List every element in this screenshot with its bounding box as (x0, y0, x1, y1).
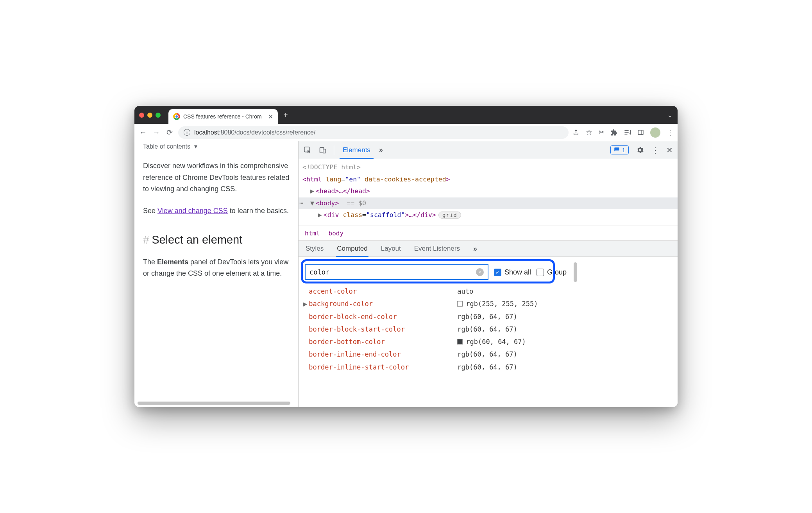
maximize-window-button[interactable] (156, 113, 161, 118)
color-swatch[interactable] (457, 339, 463, 344)
window-controls (139, 113, 161, 118)
url-text: localhost:8080/docs/devtools/css/referen… (194, 129, 315, 136)
page-content: Table of contents ▾ Discover new workflo… (134, 141, 299, 407)
scrollbar[interactable] (574, 262, 577, 282)
property-value: rgb(60, 64, 67) (457, 310, 517, 323)
tabs-more-button[interactable]: » (379, 146, 383, 154)
dom-div[interactable]: ▶<div class="scaffold">…</div>grid (302, 209, 674, 221)
side-panel-icon[interactable] (637, 129, 644, 136)
profile-avatar[interactable] (650, 127, 660, 138)
reload-button[interactable]: ⟳ (165, 128, 174, 137)
checkbox-off-icon (537, 269, 544, 276)
section-heading: #Select an element (143, 233, 290, 246)
property-value: rgb(60, 64, 67) (457, 335, 526, 348)
svg-rect-4 (323, 149, 326, 153)
computed-row[interactable]: ▶background-colorrgb(255, 255, 255) (309, 298, 672, 310)
grid-badge[interactable]: grid (438, 212, 461, 219)
dom-tree[interactable]: <!DOCTYPE html> <html lang="en" data-coo… (299, 159, 678, 226)
browser-menu-button[interactable]: ⋮ (667, 128, 674, 137)
inspect-icon[interactable] (303, 146, 312, 154)
tab-close-button[interactable]: ✕ (268, 113, 273, 120)
anchor-hash-icon[interactable]: # (143, 233, 149, 246)
gear-icon[interactable] (636, 146, 644, 154)
crumb-body[interactable]: body (329, 230, 344, 237)
toc-label: Table of contents (143, 143, 190, 150)
subtab-event-listeners[interactable]: Event Listeners (414, 245, 460, 253)
close-window-button[interactable] (139, 113, 144, 118)
property-name: accent-color (309, 285, 457, 298)
computed-row[interactable]: ▶accent-colorauto (309, 285, 672, 298)
text-caret (330, 268, 330, 276)
dom-head[interactable]: ▶<head>…</head> (302, 185, 674, 197)
group-label: Group (547, 268, 567, 276)
address-bar[interactable]: i localhost:8080/docs/devtools/css/refer… (178, 126, 569, 139)
clear-filter-button[interactable]: ✕ (476, 268, 484, 276)
issues-count: 1 (622, 147, 625, 153)
extensions-icon[interactable] (610, 129, 617, 136)
dom-body[interactable]: ⋯ ▼<body> == $0 (299, 197, 678, 210)
bookmark-button[interactable]: ☆ (586, 128, 592, 137)
subtab-layout[interactable]: Layout (381, 245, 401, 253)
forward-button[interactable]: → (152, 128, 161, 137)
devtools-close-button[interactable]: ✕ (666, 145, 673, 155)
filter-input[interactable]: color ✕ (305, 264, 488, 280)
site-info-icon[interactable]: i (184, 129, 190, 136)
browser-window: CSS features reference - Chrom ✕ + ⌄ ← →… (134, 106, 678, 407)
checkbox-on-icon: ✓ (494, 269, 501, 276)
issues-button[interactable]: 1 (610, 145, 629, 154)
dom-html[interactable]: <html lang="en" data-cookies-accepted> (302, 174, 674, 186)
crumb-html[interactable]: html (305, 230, 320, 237)
device-toggle-icon[interactable] (319, 146, 327, 154)
devtools-panel: Elements » 1 ⋮ ✕ <!DOCTYPE html> <html l… (299, 141, 678, 407)
subtab-computed[interactable]: Computed (337, 245, 367, 253)
show-all-checkbox[interactable]: ✓ Show all (494, 268, 531, 276)
color-swatch[interactable] (457, 301, 463, 307)
content-area: Table of contents ▾ Discover new workflo… (134, 141, 678, 407)
browser-toolbar: ← → ⟳ i localhost:8080/docs/devtools/css… (134, 124, 678, 141)
tab-strip: CSS features reference - Chrom ✕ + ⌄ (134, 106, 678, 124)
share-icon[interactable] (572, 129, 579, 136)
devtools-menu-button[interactable]: ⋮ (651, 145, 659, 155)
computed-row[interactable]: ▶border-block-start-colorrgb(60, 64, 67) (309, 323, 672, 335)
tabs-overflow-button[interactable]: ⌄ (667, 111, 673, 119)
toolbar-actions: ☆ ✂ ⋮ (572, 127, 674, 138)
subtab-styles[interactable]: Styles (306, 245, 324, 253)
group-checkbox[interactable]: Group (537, 268, 567, 276)
chevron-down-icon: ▾ (194, 143, 197, 150)
expand-arrow-icon[interactable]: ▶ (303, 298, 307, 310)
computed-row[interactable]: ▶border-inline-end-colorrgb(60, 64, 67) (309, 348, 672, 361)
property-value: rgb(60, 64, 67) (457, 323, 517, 335)
new-tab-button[interactable]: + (283, 111, 288, 120)
property-value: rgb(60, 64, 67) (457, 348, 517, 361)
computed-row[interactable]: ▶border-inline-start-colorrgb(60, 64, 67… (309, 361, 672, 373)
show-all-label: Show all (504, 268, 531, 276)
dom-doctype[interactable]: <!DOCTYPE html> (302, 161, 674, 174)
chat-icon (614, 147, 620, 153)
view-change-css-link[interactable]: View and change CSS (157, 207, 228, 215)
svg-rect-0 (638, 130, 643, 135)
reading-list-icon[interactable] (624, 129, 631, 136)
computed-row[interactable]: ▶border-bottom-colorrgb(60, 64, 67) (309, 335, 672, 348)
tab-elements[interactable]: Elements (341, 146, 372, 154)
intro-paragraph: Discover new workflows in this comprehen… (143, 160, 290, 195)
property-name: border-inline-end-color (309, 348, 457, 361)
property-name: border-inline-start-color (309, 361, 457, 373)
breadcrumb: html body (299, 226, 678, 240)
property-value: rgb(255, 255, 255) (457, 298, 538, 310)
back-button[interactable]: ← (138, 128, 148, 137)
computed-properties: ▶accent-colorauto▶background-colorrgb(25… (299, 285, 678, 377)
tab-title: CSS features reference - Chrom (183, 113, 262, 120)
browser-tab[interactable]: CSS features reference - Chrom ✕ (168, 109, 278, 124)
computed-row[interactable]: ▶border-block-end-colorrgb(60, 64, 67) (309, 310, 672, 323)
property-name: border-block-end-color (309, 310, 457, 323)
divider (334, 145, 334, 155)
scissors-icon[interactable]: ✂ (599, 128, 604, 136)
subtabs-more-button[interactable]: » (473, 245, 477, 253)
chrome-icon (173, 113, 180, 120)
minimize-window-button[interactable] (147, 113, 152, 118)
property-name: background-color (309, 298, 457, 310)
computed-filter-row: color ✕ ✓ Show all Group (299, 257, 678, 285)
toc-toggle[interactable]: Table of contents ▾ (143, 143, 290, 150)
property-value: auto (457, 285, 473, 298)
property-name: border-bottom-color (309, 335, 457, 348)
